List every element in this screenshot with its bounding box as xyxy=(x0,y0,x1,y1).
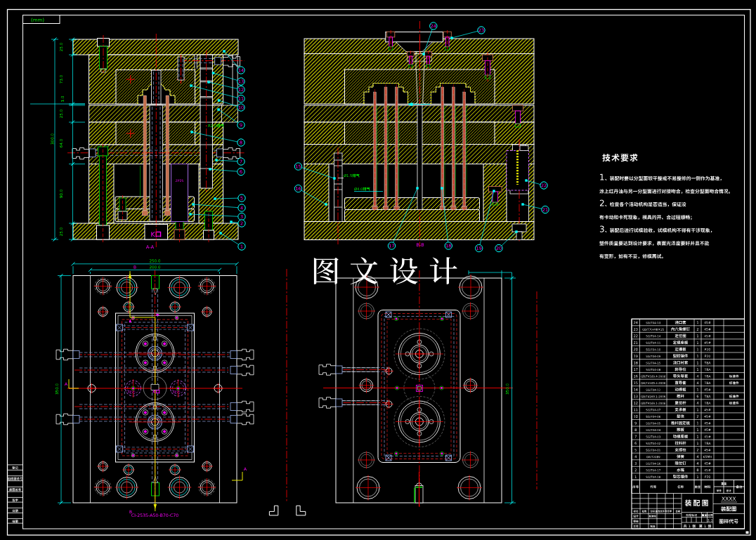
balloon-circle xyxy=(238,195,245,202)
leader-dot xyxy=(190,131,193,133)
balloon-circle xyxy=(478,27,485,34)
leader-dot xyxy=(422,53,424,55)
leader-dot xyxy=(525,179,527,181)
leader-dot xyxy=(223,50,225,52)
balloon-circle xyxy=(237,168,245,175)
leader-dot xyxy=(215,159,217,161)
leader-dot xyxy=(212,72,214,74)
leader-dot xyxy=(217,108,219,110)
leader-dot xyxy=(219,232,221,234)
balloon-circle xyxy=(388,242,395,249)
leader-dot xyxy=(209,168,211,170)
bb-ejector-plate xyxy=(345,210,480,222)
leader-dot xyxy=(450,37,452,39)
leader-dot xyxy=(325,203,327,205)
corner-mark xyxy=(746,532,749,534)
balloon-circle xyxy=(237,67,245,74)
balloon-circle xyxy=(294,185,301,192)
balloon-circle xyxy=(237,78,245,85)
balloon-circle xyxy=(238,204,245,211)
balloon-circle xyxy=(294,163,301,170)
drawing-canvas: (mm) K口 xyxy=(0,0,756,540)
leader-dot xyxy=(493,190,495,192)
leader-dot xyxy=(230,220,232,223)
section-view-b-b: Ø1.5排气 Ø4.0排气 B-B xyxy=(304,21,534,247)
balloon-circle xyxy=(476,244,483,251)
bb-spacer-right-strip xyxy=(529,164,535,222)
balloon-circle xyxy=(445,242,452,249)
balloon-circle xyxy=(542,206,549,213)
leader-dot xyxy=(333,177,335,179)
aa-support-pillar: ZP25 xyxy=(171,164,188,222)
balloon-circle xyxy=(237,158,245,165)
bb-spring-insert xyxy=(507,146,529,191)
balloon-circle xyxy=(237,95,245,102)
leader-dot xyxy=(190,84,192,86)
leader-dot xyxy=(416,187,418,189)
aa-screw-bottom-right xyxy=(204,208,214,242)
leader-dot xyxy=(515,230,517,232)
leader-dot xyxy=(207,81,209,83)
balloon-circle xyxy=(430,22,437,29)
leader-dot xyxy=(214,197,216,199)
leader-dot xyxy=(218,99,220,101)
balloon-circle xyxy=(237,104,245,111)
balloon-circle xyxy=(238,220,245,227)
plan-view-fixed-half: B B A A K口 CI-2535-A50-B70-C70 xyxy=(56,262,254,517)
leader-dot xyxy=(192,203,194,205)
balloon-circle xyxy=(237,121,245,129)
aa-screw-top-left xyxy=(98,35,110,74)
balloon-circle xyxy=(237,86,245,93)
balloon-circle xyxy=(495,244,502,251)
bb-bottom-plate xyxy=(304,222,534,240)
aa-screw-ejector xyxy=(118,195,127,222)
aa-side-block xyxy=(222,105,238,122)
plan-view-moving-half xyxy=(319,270,516,507)
leader-dot xyxy=(521,203,523,205)
leader-dot xyxy=(189,213,191,215)
leader-dot xyxy=(441,187,443,189)
balloon-circle xyxy=(540,182,547,189)
